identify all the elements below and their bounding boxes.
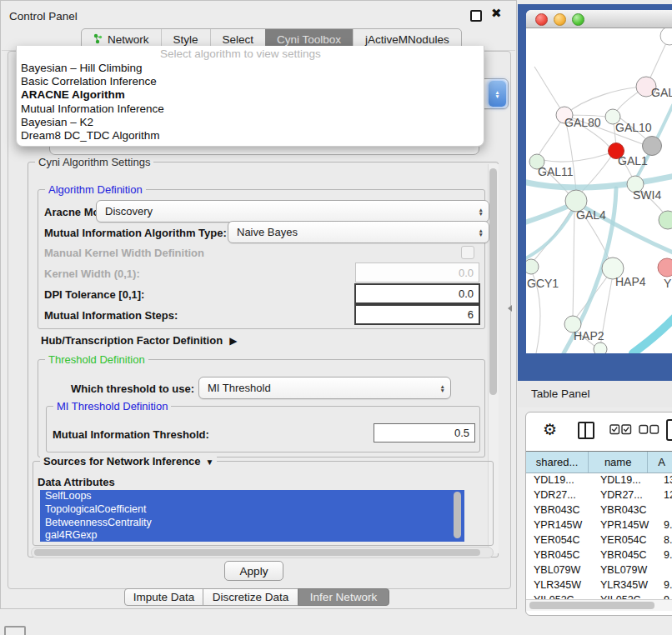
data-attributes-list: SelfLoops TopologicalCoefficient Between… <box>40 490 464 542</box>
kernel-width-field[interactable]: 0.0 <box>355 262 479 282</box>
stepper-icon: ▲▼ <box>479 208 484 216</box>
scrollbar-thumb[interactable] <box>529 602 654 609</box>
column-header-name[interactable]: name <box>589 452 648 472</box>
table-panel-header: Table Panel <box>518 381 672 408</box>
manual-kernel-checkbox[interactable] <box>461 246 474 259</box>
list-item-selected[interactable]: TopologicalCoefficient <box>40 503 464 517</box>
node-label: GAL11 <box>538 165 574 178</box>
node-gcy1[interactable] <box>526 259 539 274</box>
scrollbar-thumb[interactable] <box>489 168 497 395</box>
tab-discretize-data[interactable]: Discretize Data <box>203 588 298 606</box>
dropdown-item[interactable]: Basic Correlation Inference <box>21 75 480 88</box>
list-item-selected[interactable]: SelfLoops <box>40 490 464 503</box>
column-header-partial[interactable]: A <box>648 452 672 472</box>
node-label: Y <box>664 277 672 290</box>
select-all-icon[interactable] <box>609 424 632 438</box>
table-horizontal-scrollbar[interactable] <box>526 599 672 611</box>
dropdown-item[interactable]: Bayesian – Hill Climbing <box>21 62 480 75</box>
hub-definition-toggle[interactable]: Hub/Transcription Factor Definition▶ <box>41 334 237 347</box>
which-threshold-label: Which threshold to use: <box>71 382 194 395</box>
zoom-icon[interactable] <box>572 13 584 26</box>
dropdown-placeholder: Select algorithm to view settings <box>160 48 321 60</box>
node-gray[interactable] <box>643 137 662 156</box>
network-view-window: GAL GAL80 GAL10 GAL1 GAL11 GAL4 SWI4 GCY… <box>526 10 672 353</box>
mi-threshold-field[interactable]: 0.5 <box>374 423 475 442</box>
stepper-icon: ▲▼ <box>489 81 506 107</box>
node[interactable] <box>659 211 672 229</box>
table-row[interactable]: YPR145WYPR145W9. <box>526 518 672 532</box>
close-icon[interactable] <box>535 13 548 26</box>
node-label: GAL80 <box>564 116 601 129</box>
mi-steps-field[interactable]: 6 <box>354 304 480 325</box>
mi-type-label: Mutual Information Algorithm Type: <box>44 227 227 239</box>
table-body: YDL19...YDL19...13 YDR27...YDR27...12 YB… <box>526 472 672 599</box>
dropdown-item[interactable]: Bayesian – K2 <box>21 116 480 129</box>
which-threshold-select[interactable]: MI Threshold ▲▼ <box>198 377 451 399</box>
table-row[interactable]: YDL19...YDL19...13 <box>526 472 672 488</box>
node-label: GAL1 <box>618 154 648 168</box>
data-attributes-label: Data Attributes <box>38 476 115 488</box>
node-label: GAL4 <box>576 208 606 222</box>
settings-horizontal-scrollbar[interactable] <box>31 547 494 558</box>
minimize-icon[interactable] <box>554 13 566 26</box>
network-canvas[interactable]: GAL GAL80 GAL10 GAL1 GAL11 GAL4 SWI4 GCY… <box>526 28 672 353</box>
network-graph: GAL GAL80 GAL10 GAL1 GAL11 GAL4 SWI4 GCY… <box>526 28 672 353</box>
settings-group-title: Cyni Algorithm Settings <box>35 156 153 168</box>
node[interactable] <box>594 342 607 353</box>
table-row[interactable]: YBR043CYBR043C <box>526 502 672 518</box>
dpi-tolerance-field[interactable]: 0.0 <box>354 283 480 304</box>
dropdown-item[interactable]: Dream8 DC_TDC Algorithm <box>21 129 480 142</box>
table-row[interactable]: YDR27...YDR27...12 <box>526 488 672 502</box>
network-window-titlebar[interactable] <box>526 10 672 28</box>
node-label: GAL <box>651 86 672 99</box>
table-row[interactable]: YLR345WYLR345W9. <box>526 578 672 592</box>
node-label: GCY1 <box>527 277 559 290</box>
split-column-icon[interactable] <box>578 422 594 439</box>
float-window-icon[interactable] <box>470 10 482 22</box>
mi-type-value: Naive Bayes <box>237 226 298 238</box>
mi-type-select[interactable]: Naive Bayes ▲▼ <box>228 221 489 243</box>
apply-button[interactable]: Apply <box>224 561 283 581</box>
table-toolbar: ⚙ <box>526 412 672 450</box>
column-header-shared[interactable]: shared... <box>526 452 589 472</box>
close-icon[interactable]: ✖ <box>491 6 502 21</box>
algorithm-definition-title: Algorithm Definition <box>45 183 146 196</box>
table-header-row: shared... name A <box>526 451 672 473</box>
corner-restore-icon[interactable] <box>4 626 26 635</box>
stepper-icon: ▲▼ <box>440 384 445 392</box>
node-label: SWI4 <box>633 188 661 202</box>
list-scrollbar-thumb[interactable] <box>454 492 461 538</box>
splitter-collapse-arrow[interactable] <box>508 305 512 312</box>
table-row[interactable]: YBL079WYBL079W <box>526 562 672 578</box>
aracne-mode-select[interactable]: Discovery ▲▼ <box>96 200 489 222</box>
expanded-arrow-icon: ▼ <box>206 458 214 467</box>
node-label: HAP4 <box>615 275 646 288</box>
dropdown-item[interactable]: Mutual Information Inference <box>21 102 480 116</box>
control-panel-window: Control Panel ✖ Network Style Select Cyn… <box>0 0 517 609</box>
table-row[interactable]: YIL052CYIL052C9 <box>526 592 672 599</box>
node-salmon[interactable] <box>658 258 672 277</box>
dropdown-item-selected[interactable]: ARACNE Algorithm <box>21 88 480 102</box>
sources-toggle[interactable]: Sources for Network Inference▼ <box>40 455 217 468</box>
table-row[interactable]: YER054CYER054C8. <box>526 532 672 548</box>
threshold-definition-title: Threshold Definition <box>45 353 148 366</box>
gear-icon[interactable]: ⚙ <box>543 420 557 439</box>
tab-network-label: Network <box>108 33 149 46</box>
cyan-edge <box>633 313 672 353</box>
scrollbar-thumb[interactable] <box>34 549 480 556</box>
tab-infer-network[interactable]: Infer Network <box>298 588 389 606</box>
control-panel-title: Control Panel <box>9 10 78 22</box>
mi-threshold-group-title: MI Threshold Definition <box>53 400 171 412</box>
kernel-width-label: Kernel Width (0,1): <box>44 268 140 280</box>
node[interactable] <box>660 28 672 45</box>
table-function-icon[interactable] <box>666 419 672 441</box>
table-row[interactable]: YBR045CYBR045C9. <box>526 548 672 562</box>
bottom-tabs: Impute Data Discretize Data Infer Networ… <box>124 588 389 606</box>
tab-impute-data[interactable]: Impute Data <box>124 588 203 606</box>
table-panel-window: ⚙ shared... name A YDL19...YDL19...13 YD… <box>525 412 672 616</box>
mi-threshold-label: Mutual Information Threshold: <box>53 428 209 441</box>
list-item-selected[interactable]: BetweennessCentrality <box>40 517 464 530</box>
deselect-all-icon[interactable] <box>639 424 659 437</box>
list-item-selected[interactable]: gal4RGexp <box>40 529 464 542</box>
dpi-tolerance-label: DPI Tolerance [0,1]: <box>44 288 144 301</box>
